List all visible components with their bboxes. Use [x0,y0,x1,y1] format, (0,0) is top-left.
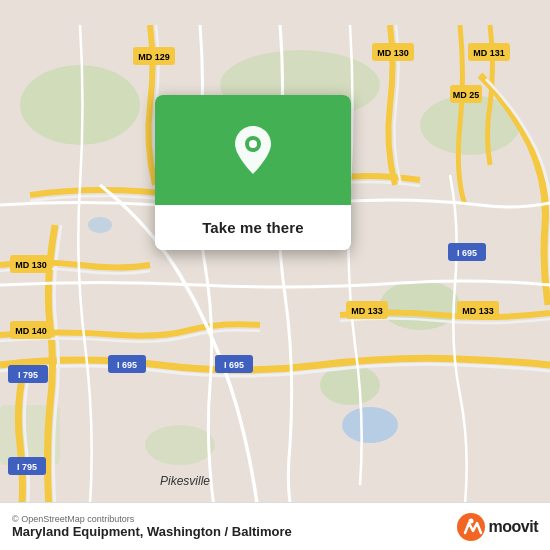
svg-point-8 [342,407,398,443]
location-card: Take me there [155,95,351,250]
svg-point-1 [20,65,140,145]
svg-text:I 695: I 695 [117,360,137,370]
svg-point-40 [249,140,257,148]
map-background: MD 129 MD 130 MD 130 MD 140 I 695 I 695 … [0,0,550,550]
svg-text:MD 140: MD 140 [15,326,47,336]
svg-point-42 [468,518,473,523]
svg-text:I 695: I 695 [457,248,477,258]
svg-point-9 [88,217,112,233]
svg-text:I 795: I 795 [18,370,38,380]
location-pin-icon [229,126,277,174]
svg-text:MD 25: MD 25 [453,90,480,100]
bottom-left-info: © OpenStreetMap contributors Maryland Eq… [12,514,292,539]
svg-text:MD 133: MD 133 [351,306,383,316]
moovit-brand-icon [457,513,485,541]
osm-credit: © OpenStreetMap contributors [12,514,292,524]
moovit-brand-text: moovit [489,518,538,536]
moovit-logo: moovit [457,513,538,541]
bottom-bar: © OpenStreetMap contributors Maryland Eq… [0,502,550,550]
svg-text:MD 131: MD 131 [473,48,505,58]
svg-text:Pikesville: Pikesville [160,474,210,488]
take-me-there-button[interactable]: Take me there [155,205,351,250]
svg-text:MD 129: MD 129 [138,52,170,62]
card-map-area [155,95,351,205]
svg-text:MD 133: MD 133 [462,306,494,316]
svg-text:I 795: I 795 [17,462,37,472]
svg-text:MD 130: MD 130 [15,260,47,270]
location-name: Maryland Equipment, Washington / Baltimo… [12,524,292,539]
svg-point-6 [145,425,215,465]
svg-text:MD 130: MD 130 [377,48,409,58]
svg-text:I 695: I 695 [224,360,244,370]
map-container: MD 129 MD 130 MD 130 MD 140 I 695 I 695 … [0,0,550,550]
